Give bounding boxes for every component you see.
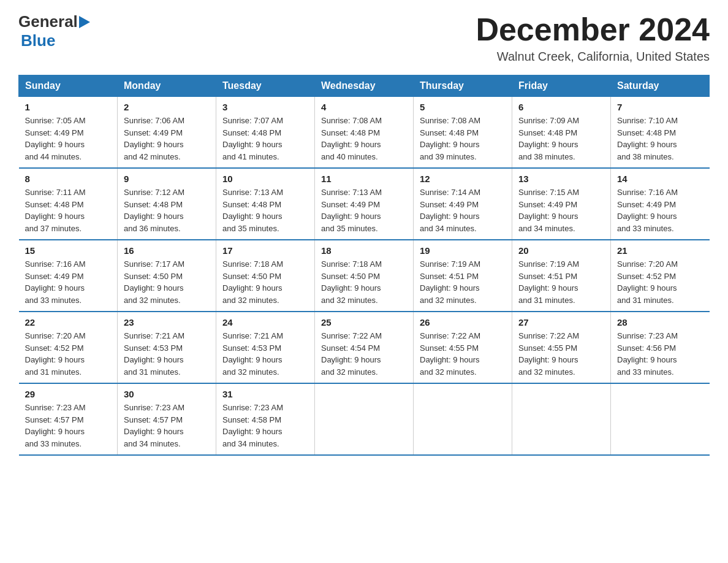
day-info: Sunrise: 7:18 AM Sunset: 4:50 PM Dayligh… xyxy=(321,258,407,306)
calendar-cell: 6Sunrise: 7:09 AM Sunset: 4:48 PM Daylig… xyxy=(512,97,611,169)
day-number: 24 xyxy=(222,317,308,327)
logo-blue-text: Blue xyxy=(21,31,55,50)
day-info: Sunrise: 7:15 AM Sunset: 4:49 PM Dayligh… xyxy=(518,186,604,234)
day-number: 28 xyxy=(617,317,703,327)
day-info: Sunrise: 7:21 AM Sunset: 4:53 PM Dayligh… xyxy=(222,330,308,378)
day-info: Sunrise: 7:16 AM Sunset: 4:49 PM Dayligh… xyxy=(617,186,703,234)
calendar-cell: 3Sunrise: 7:07 AM Sunset: 4:48 PM Daylig… xyxy=(216,97,315,169)
calendar-cell: 19Sunrise: 7:19 AM Sunset: 4:51 PM Dayli… xyxy=(414,240,512,312)
day-number: 27 xyxy=(518,317,604,327)
day-number: 10 xyxy=(222,174,308,184)
day-info: Sunrise: 7:11 AM Sunset: 4:48 PM Dayligh… xyxy=(25,186,112,234)
day-info: Sunrise: 7:23 AM Sunset: 4:56 PM Dayligh… xyxy=(617,330,703,378)
day-info: Sunrise: 7:19 AM Sunset: 4:51 PM Dayligh… xyxy=(518,258,604,306)
day-number: 30 xyxy=(124,389,210,399)
weekday-header-sunday: Sunday xyxy=(19,75,118,97)
calendar-cell: 18Sunrise: 7:18 AM Sunset: 4:50 PM Dayli… xyxy=(315,240,414,312)
logo-arrow-icon xyxy=(79,16,90,28)
day-number: 19 xyxy=(420,245,506,256)
calendar-week-row: 22Sunrise: 7:20 AM Sunset: 4:52 PM Dayli… xyxy=(19,312,710,383)
day-number: 13 xyxy=(518,174,604,184)
day-number: 29 xyxy=(25,389,112,399)
calendar-cell: 10Sunrise: 7:13 AM Sunset: 4:48 PM Dayli… xyxy=(216,168,315,240)
day-number: 16 xyxy=(124,245,210,256)
calendar-cell: 23Sunrise: 7:21 AM Sunset: 4:53 PM Dayli… xyxy=(118,312,216,383)
day-number: 2 xyxy=(124,102,210,112)
day-number: 9 xyxy=(124,174,210,184)
day-info: Sunrise: 7:23 AM Sunset: 4:57 PM Dayligh… xyxy=(124,402,210,450)
calendar-cell: 31Sunrise: 7:23 AM Sunset: 4:58 PM Dayli… xyxy=(216,383,315,455)
calendar-week-row: 8Sunrise: 7:11 AM Sunset: 4:48 PM Daylig… xyxy=(19,168,710,240)
day-info: Sunrise: 7:22 AM Sunset: 4:55 PM Dayligh… xyxy=(518,330,604,378)
day-number: 5 xyxy=(420,102,506,112)
calendar-cell: 13Sunrise: 7:15 AM Sunset: 4:49 PM Dayli… xyxy=(512,168,611,240)
calendar-cell: 20Sunrise: 7:19 AM Sunset: 4:51 PM Dayli… xyxy=(512,240,611,312)
calendar-cell: 2Sunrise: 7:06 AM Sunset: 4:49 PM Daylig… xyxy=(118,97,216,169)
calendar-cell: 1Sunrise: 7:05 AM Sunset: 4:49 PM Daylig… xyxy=(19,97,118,169)
svg-marker-0 xyxy=(79,16,90,28)
weekday-header-monday: Monday xyxy=(118,75,216,97)
day-number: 20 xyxy=(518,245,604,256)
day-number: 15 xyxy=(25,245,112,256)
day-number: 25 xyxy=(321,317,407,327)
calendar-cell: 15Sunrise: 7:16 AM Sunset: 4:49 PM Dayli… xyxy=(19,240,118,312)
day-info: Sunrise: 7:09 AM Sunset: 4:48 PM Dayligh… xyxy=(518,115,604,163)
day-number: 1 xyxy=(25,102,112,112)
day-number: 14 xyxy=(617,174,703,184)
day-number: 8 xyxy=(25,174,112,184)
day-info: Sunrise: 7:05 AM Sunset: 4:49 PM Dayligh… xyxy=(25,115,112,163)
weekday-header-row: SundayMondayTuesdayWednesdayThursdayFrid… xyxy=(19,75,710,97)
calendar-cell: 7Sunrise: 7:10 AM Sunset: 4:48 PM Daylig… xyxy=(611,97,710,169)
day-info: Sunrise: 7:14 AM Sunset: 4:49 PM Dayligh… xyxy=(420,186,506,234)
calendar-title: December 2024 xyxy=(476,12,710,47)
calendar-cell: 26Sunrise: 7:22 AM Sunset: 4:55 PM Dayli… xyxy=(414,312,512,383)
day-number: 3 xyxy=(222,102,308,112)
day-number: 12 xyxy=(420,174,506,184)
weekday-header-saturday: Saturday xyxy=(611,75,710,97)
day-number: 22 xyxy=(25,317,112,327)
day-info: Sunrise: 7:13 AM Sunset: 4:48 PM Dayligh… xyxy=(222,186,308,234)
calendar-cell xyxy=(414,383,512,455)
page-header: General Blue December 2024 Walnut Creek,… xyxy=(18,12,710,64)
calendar-cell xyxy=(315,383,414,455)
day-number: 31 xyxy=(222,389,308,399)
calendar-week-row: 15Sunrise: 7:16 AM Sunset: 4:49 PM Dayli… xyxy=(19,240,710,312)
calendar-cell: 12Sunrise: 7:14 AM Sunset: 4:49 PM Dayli… xyxy=(414,168,512,240)
day-info: Sunrise: 7:21 AM Sunset: 4:53 PM Dayligh… xyxy=(124,330,210,378)
day-number: 7 xyxy=(617,102,703,112)
calendar-cell: 27Sunrise: 7:22 AM Sunset: 4:55 PM Dayli… xyxy=(512,312,611,383)
day-number: 4 xyxy=(321,102,407,112)
day-info: Sunrise: 7:10 AM Sunset: 4:48 PM Dayligh… xyxy=(617,115,703,163)
day-number: 11 xyxy=(321,174,407,184)
day-info: Sunrise: 7:08 AM Sunset: 4:48 PM Dayligh… xyxy=(321,115,407,163)
day-info: Sunrise: 7:22 AM Sunset: 4:55 PM Dayligh… xyxy=(420,330,506,378)
calendar-cell: 4Sunrise: 7:08 AM Sunset: 4:48 PM Daylig… xyxy=(315,97,414,169)
calendar-cell: 17Sunrise: 7:18 AM Sunset: 4:50 PM Dayli… xyxy=(216,240,315,312)
calendar-cell: 5Sunrise: 7:08 AM Sunset: 4:48 PM Daylig… xyxy=(414,97,512,169)
day-info: Sunrise: 7:20 AM Sunset: 4:52 PM Dayligh… xyxy=(617,258,703,306)
calendar-cell: 25Sunrise: 7:22 AM Sunset: 4:54 PM Dayli… xyxy=(315,312,414,383)
calendar-cell: 9Sunrise: 7:12 AM Sunset: 4:48 PM Daylig… xyxy=(118,168,216,240)
day-number: 26 xyxy=(420,317,506,327)
weekday-header-friday: Friday xyxy=(512,75,611,97)
day-info: Sunrise: 7:19 AM Sunset: 4:51 PM Dayligh… xyxy=(420,258,506,306)
day-info: Sunrise: 7:22 AM Sunset: 4:54 PM Dayligh… xyxy=(321,330,407,378)
weekday-header-thursday: Thursday xyxy=(414,75,512,97)
logo-general-text: General xyxy=(18,12,78,31)
day-info: Sunrise: 7:07 AM Sunset: 4:48 PM Dayligh… xyxy=(222,115,308,163)
day-info: Sunrise: 7:23 AM Sunset: 4:58 PM Dayligh… xyxy=(222,402,308,450)
weekday-header-tuesday: Tuesday xyxy=(216,75,315,97)
day-info: Sunrise: 7:20 AM Sunset: 4:52 PM Dayligh… xyxy=(25,330,112,378)
day-info: Sunrise: 7:23 AM Sunset: 4:57 PM Dayligh… xyxy=(25,402,112,450)
calendar-cell: 8Sunrise: 7:11 AM Sunset: 4:48 PM Daylig… xyxy=(19,168,118,240)
calendar-cell: 22Sunrise: 7:20 AM Sunset: 4:52 PM Dayli… xyxy=(19,312,118,383)
calendar-week-row: 29Sunrise: 7:23 AM Sunset: 4:57 PM Dayli… xyxy=(19,383,710,455)
weekday-header-wednesday: Wednesday xyxy=(315,75,414,97)
day-number: 18 xyxy=(321,245,407,256)
day-number: 6 xyxy=(518,102,604,112)
calendar-cell: 21Sunrise: 7:20 AM Sunset: 4:52 PM Dayli… xyxy=(611,240,710,312)
calendar-table: SundayMondayTuesdayWednesdayThursdayFrid… xyxy=(18,75,710,456)
day-info: Sunrise: 7:13 AM Sunset: 4:49 PM Dayligh… xyxy=(321,186,407,234)
calendar-title-block: December 2024 Walnut Creek, California, … xyxy=(476,12,710,64)
day-info: Sunrise: 7:18 AM Sunset: 4:50 PM Dayligh… xyxy=(222,258,308,306)
